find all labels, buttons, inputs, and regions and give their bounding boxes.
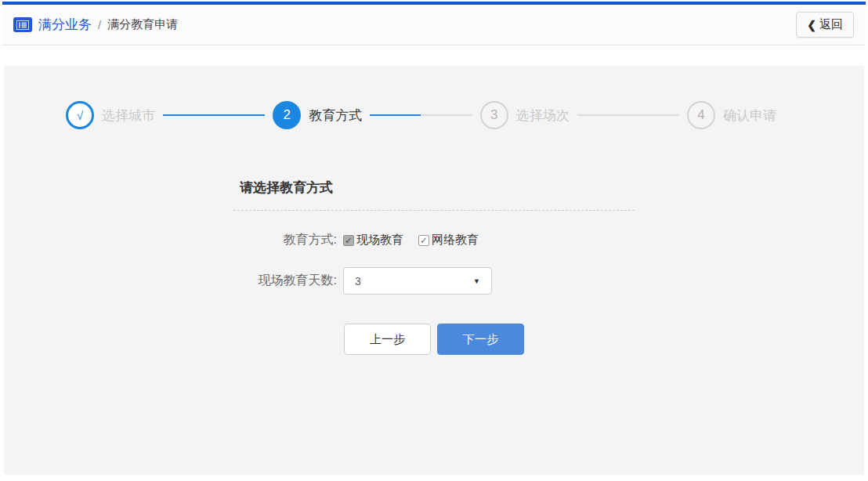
content-panel: √ 选择城市 2 教育方式 3 选择场次 4 确认申请 请选择教育方式 教育方式… <box>4 66 864 475</box>
chevron-left-icon: ❮ <box>807 19 816 31</box>
education-mode-form: 请选择教育方式 教育方式: 现场教育 网络教育 现场教育天数: 3 ▼ <box>233 179 635 355</box>
list-icon <box>13 17 32 32</box>
breadcrumb-separator: / <box>98 18 101 31</box>
onsite-days-row: 现场教育天数: 3 ▼ <box>233 267 635 295</box>
step-3-indicator: 3 <box>480 101 508 129</box>
prev-step-button[interactable]: 上一步 <box>344 324 431 355</box>
step-1-check-icon: √ <box>66 101 94 129</box>
next-step-button[interactable]: 下一步 <box>437 324 524 355</box>
step-select-session: 3 选择场次 <box>480 101 570 129</box>
education-mode-options: 现场教育 网络教育 <box>343 233 479 248</box>
checkbox-checked-disabled-icon[interactable] <box>343 235 354 246</box>
wizard-buttons: 上一步 下一步 <box>233 324 635 355</box>
checkbox-onsite-education[interactable]: 现场教育 <box>343 233 403 248</box>
breadcrumb-secondary: 满分教育申请 <box>107 17 178 32</box>
checkbox-checked-icon[interactable] <box>418 235 429 246</box>
onsite-days-label: 现场教育天数: <box>233 273 343 289</box>
back-button-label: 返回 <box>819 17 843 32</box>
back-button[interactable]: ❮ 返回 <box>796 12 854 38</box>
checkbox-online-education[interactable]: 网络教育 <box>418 233 479 248</box>
header: 满分业务 / 满分教育申请 ❮ 返回 <box>2 5 866 45</box>
step-select-city: √ 选择城市 <box>66 101 155 129</box>
dashed-divider <box>233 210 635 211</box>
stepper: √ 选择城市 2 教育方式 3 选择场次 4 确认申请 <box>4 101 864 129</box>
checkbox-online-label: 网络教育 <box>432 233 479 248</box>
step-connector-3 <box>577 114 679 116</box>
step-education-mode: 2 教育方式 <box>273 101 362 129</box>
step-4-indicator: 4 <box>687 101 715 129</box>
checkbox-onsite-label: 现场教育 <box>356 233 403 248</box>
breadcrumb-primary[interactable]: 满分业务 <box>38 16 92 34</box>
education-mode-label: 教育方式: <box>233 232 343 248</box>
education-mode-row: 教育方式: 现场教育 网络教育 <box>233 232 635 248</box>
step-2-indicator: 2 <box>273 101 301 129</box>
step-1-label: 选择城市 <box>102 107 155 125</box>
step-3-label: 选择场次 <box>516 107 570 125</box>
form-title: 请选择教育方式 <box>233 179 635 197</box>
breadcrumb: 满分业务 / 满分教育申请 <box>13 16 178 34</box>
dropdown-arrow-icon: ▼ <box>473 277 480 285</box>
onsite-days-select[interactable]: 3 ▼ <box>343 267 492 295</box>
onsite-days-value: 3 <box>355 275 361 288</box>
step-confirm-application: 4 确认申请 <box>687 101 776 129</box>
step-4-label: 确认申请 <box>723 107 776 125</box>
step-connector-2 <box>370 114 472 116</box>
step-connector-1 <box>163 114 265 116</box>
step-2-label: 教育方式 <box>309 107 362 125</box>
